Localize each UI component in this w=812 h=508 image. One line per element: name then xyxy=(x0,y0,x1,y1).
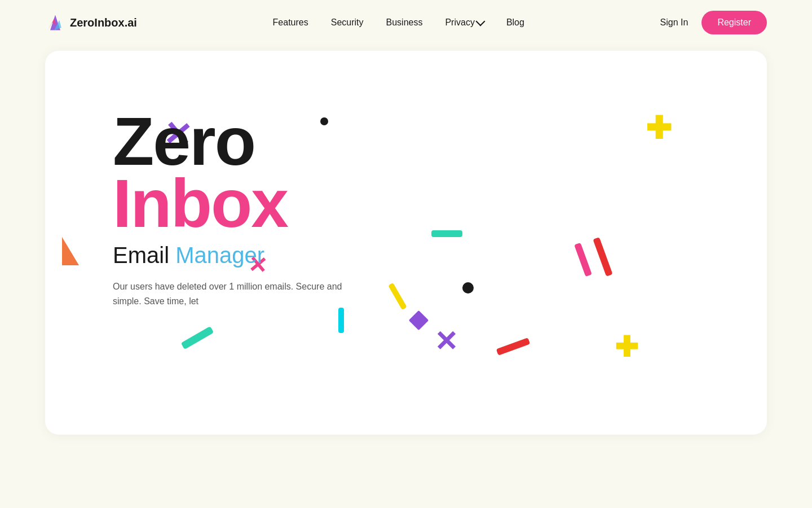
hero-subtitle: Email Manager xyxy=(113,243,350,268)
deco-rect-cyan-btm xyxy=(338,308,344,333)
deco-x-purple-btm-right: ✕ xyxy=(434,327,462,356)
register-button[interactable]: Register xyxy=(701,11,767,34)
deco-triangle-orange-left xyxy=(62,237,79,265)
nav-blog[interactable]: Blog xyxy=(506,17,524,27)
logo-text: ZeroInbox.ai xyxy=(70,16,137,29)
deco-rect-yellow-btm xyxy=(388,283,407,310)
deco-plus-yellow-btm-right: ✚ xyxy=(615,333,643,361)
nav-business[interactable]: Business xyxy=(386,17,423,27)
nav-links: Features Security Business Privacy Blog xyxy=(273,17,524,28)
nav-actions: Sign In Register xyxy=(660,11,767,34)
chevron-down-icon xyxy=(475,17,485,27)
logo-icon xyxy=(45,12,65,33)
deco-diamond-purple-btm xyxy=(409,310,429,330)
deco-rect-teal-right xyxy=(431,230,462,237)
subtitle-accent: Manager xyxy=(175,243,264,268)
nav-privacy-dropdown[interactable]: Privacy xyxy=(445,17,483,28)
subtitle-prefix: Email xyxy=(113,243,175,268)
deco-plus-yellow-top-right: ✚ xyxy=(646,113,677,144)
hero-section: Zero Inbox Email Manager Our users have … xyxy=(0,51,812,435)
logo[interactable]: ZeroInbox.ai xyxy=(45,12,137,33)
deco-rect-green-btm-left xyxy=(181,326,214,349)
deco-rect-pink-right xyxy=(574,243,592,277)
nav-features[interactable]: Features xyxy=(273,17,308,27)
hero-card: Zero Inbox Email Manager Our users have … xyxy=(45,51,767,435)
hero-title-zero: Zero xyxy=(113,107,255,175)
deco-rect-red-btm-right xyxy=(496,338,530,356)
hero-description: Our users have deleted over 1 million em… xyxy=(113,279,350,308)
dot-above-r xyxy=(320,117,328,125)
deco-dot-large-right xyxy=(462,282,474,294)
navbar: ZeroInbox.ai Features Security Business … xyxy=(0,0,812,45)
nav-security[interactable]: Security xyxy=(331,17,364,27)
nav-privacy-label: Privacy xyxy=(445,17,474,28)
sign-in-button[interactable]: Sign In xyxy=(660,17,689,28)
hero-title-inbox: Inbox xyxy=(113,169,350,237)
hero-content: Zero Inbox Email Manager Our users have … xyxy=(113,107,350,308)
deco-rect-red-right xyxy=(593,237,612,277)
